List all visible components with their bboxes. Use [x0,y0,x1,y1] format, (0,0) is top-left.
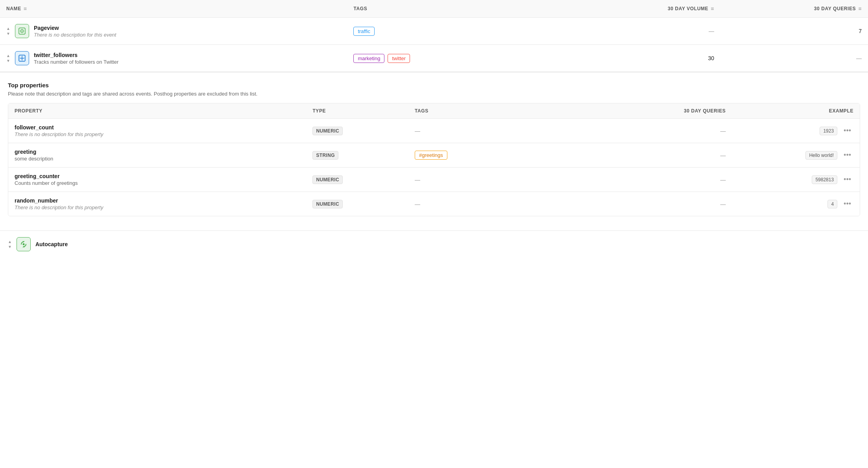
svg-point-2 [21,31,22,32]
prop-col-header-type: TYPE [306,103,408,119]
top-properties-desc: Please note that description and tags ar… [8,91,860,97]
event-tags-cell: marketingtwitter [353,54,558,63]
tags-header-label: TAGS [353,6,367,11]
event-queries: — [856,55,862,61]
prop-tags-cell: — [408,192,579,216]
volume-header-label: 30 DAY VOLUME [668,6,708,11]
prop-more-button[interactable]: ••• [841,175,853,184]
prop-more-button[interactable]: ••• [841,126,853,136]
sort-up-icon[interactable]: ▲ [6,26,10,31]
properties-table: PROPERTY TYPE TAGS 30 DAY QUERIES EXAMPL… [8,103,860,216]
property-row-follower_count[interactable]: follower_count There is no description f… [8,119,860,143]
event-row-twitter_followers[interactable]: ▲ ▼ twitter_followers Tracks number of f… [0,45,868,72]
prop-example-cell: 1923 ••• [738,126,853,136]
prop-tags-cell: — [408,168,579,192]
autocapture-name: Autocapture [35,241,68,247]
event-type-icon [15,24,29,38]
prop-description: There is no description for this propert… [15,131,300,137]
events-table-header-row: NAME ≡ TAGS 30 DAY VOLUME ≡ [0,0,868,18]
sort-down-icon[interactable]: ▼ [6,59,10,63]
event-name[interactable]: Pageview [34,25,116,31]
property-row-greeting[interactable]: greeting some description STRING #greeti… [8,143,860,168]
event-sort-arrows[interactable]: ▲ ▼ [6,26,10,36]
prop-tags-empty: — [415,177,420,183]
event-sort-arrows[interactable]: ▲ ▼ [6,53,10,63]
prop-tags-cell: — [408,119,579,143]
prop-tags-empty: — [415,128,420,134]
prop-tag[interactable]: #greetings [415,151,447,160]
prop-queries: — [720,152,726,158]
properties-header-row: PROPERTY TYPE TAGS 30 DAY QUERIES EXAMPL… [8,103,860,119]
svg-point-5 [22,243,24,245]
col-header-volume: 30 DAY VOLUME ≡ [564,0,720,18]
autocapture-sort-arrows[interactable]: ▲ ▼ [8,240,12,249]
prop-more-button[interactable]: ••• [841,150,853,160]
top-properties-title: Top properties [8,82,860,88]
prop-example-cell: 5982813 ••• [738,175,853,184]
prop-queries: — [720,177,726,183]
event-volume: — [709,28,714,34]
events-table-container: NAME ≡ TAGS 30 DAY VOLUME ≡ [0,0,868,72]
prop-col-header-queries: 30 DAY QUERIES [579,103,732,119]
event-tag[interactable]: twitter [388,54,410,63]
prop-example-cell: 4 ••• [738,199,853,209]
name-sort-icon[interactable]: ≡ [24,6,27,12]
prop-more-button[interactable]: ••• [841,199,853,209]
queries-sort-icon[interactable]: ≡ [858,6,862,12]
col-header-queries: 30 DAY QUERIES ≡ [720,0,868,18]
prop-name[interactable]: greeting [15,149,300,155]
autocapture-row: ▲ ▼ Autocapture [0,230,868,258]
autocapture-sort-down[interactable]: ▼ [8,245,12,249]
volume-sort-icon[interactable]: ≡ [711,6,714,12]
prop-type-badge: NUMERIC [312,127,343,135]
col-header-name: NAME ≡ [0,0,347,18]
event-type-icon [15,51,29,65]
events-table: NAME ≡ TAGS 30 DAY VOLUME ≡ [0,0,868,72]
name-header-label: NAME [6,6,21,11]
queries-header-label: 30 DAY QUERIES [814,6,856,11]
properties-table-container: PROPERTY TYPE TAGS 30 DAY QUERIES EXAMPL… [8,103,860,216]
prop-example-value: 1923 [820,127,837,135]
event-name[interactable]: twitter_followers [34,52,118,58]
prop-example-value: Hello world! [805,151,837,160]
event-row-pageview[interactable]: ▲ ▼ Pageview There is no description for… [0,18,868,45]
event-queries: 7 [859,28,862,34]
event-description: There is no description for this event [34,32,116,38]
prop-queries: — [720,128,726,134]
property-row-random_number[interactable]: random_number There is no description fo… [8,192,860,216]
prop-col-header-tags: TAGS [408,103,579,119]
top-properties-section: Top properties Please note that descript… [0,72,868,230]
prop-queries: — [720,201,726,207]
prop-name[interactable]: greeting_counter [15,173,300,179]
prop-col-header-example: EXAMPLE [732,103,860,119]
prop-tags-empty: — [415,201,420,207]
prop-description: There is no description for this propert… [15,205,300,210]
property-row-greeting_counter[interactable]: greeting_counter Counts number of greeti… [8,168,860,192]
prop-description: some description [15,156,300,162]
autocapture-sort-up[interactable]: ▲ [8,240,12,244]
prop-type-badge: NUMERIC [312,175,343,184]
prop-tags-cell: #greetings [408,143,579,168]
prop-example-value: 5982813 [812,175,837,184]
prop-col-header-name: PROPERTY [8,103,306,119]
prop-type-badge: STRING [312,151,338,160]
event-volume: 30 [708,55,714,61]
prop-example-cell: Hello world! ••• [738,150,853,160]
prop-type-badge: NUMERIC [312,200,343,208]
event-tags-cell: traffic [353,27,558,36]
sort-up-icon[interactable]: ▲ [6,53,10,58]
event-tag[interactable]: marketing [353,54,384,63]
event-tag[interactable]: traffic [353,27,375,36]
col-header-tags: TAGS [347,0,564,18]
prop-example-value: 4 [827,200,837,208]
prop-name[interactable]: follower_count [15,124,300,131]
prop-name[interactable]: random_number [15,197,300,204]
autocapture-icon [17,237,31,251]
main-container: NAME ≡ TAGS 30 DAY VOLUME ≡ [0,0,868,468]
sort-down-icon[interactable]: ▼ [6,31,10,36]
event-description: Tracks number of followers on Twitter [34,59,118,65]
prop-description: Counts number of greetings [15,180,300,186]
